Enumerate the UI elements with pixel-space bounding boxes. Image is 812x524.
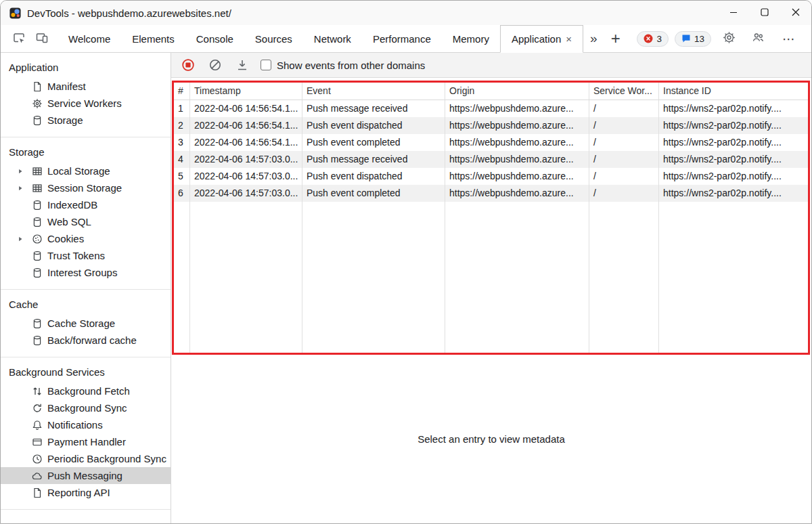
cookie-icon (32, 234, 43, 244)
close-button[interactable] (780, 1, 811, 25)
sidebar-item-reporting-api[interactable]: Reporting API (1, 484, 171, 501)
tab-label: Welcome (68, 33, 110, 45)
table-cell: https://wns2-par02p.notify.... (659, 151, 808, 168)
panel-tabs: WelcomeElementsConsoleSourcesNetworkPerf… (58, 25, 583, 52)
sidebar-item-session-storage[interactable]: Session Storage (1, 179, 171, 196)
tab-memory[interactable]: Memory (442, 25, 500, 52)
table-row[interactable]: 42022-04-06 14:57:03.0...Push message re… (174, 151, 808, 168)
settings-button[interactable] (717, 31, 740, 46)
device-toolbar-icon (35, 31, 49, 47)
column-header-service-wor[interactable]: Service Wor... (589, 83, 659, 100)
table-row[interactable]: 62022-04-06 14:57:03.0...Push event comp… (174, 185, 808, 202)
more-menu-icon[interactable]: ⋯ (775, 31, 802, 47)
device-toolbar-button[interactable] (30, 25, 53, 52)
save-button[interactable] (233, 56, 251, 74)
tab-close-icon[interactable]: × (566, 34, 572, 44)
table-cell: Push event completed (302, 134, 445, 151)
sidebar-item-push-messaging[interactable]: Push Messaging (1, 467, 171, 484)
sidebar-section-storage: StorageLocal StorageSession StorageIndex… (1, 137, 171, 290)
table-cell: 5 (174, 168, 190, 185)
table-row[interactable]: 12022-04-06 14:56:54.1...Push message re… (174, 100, 808, 117)
sidebar-item-trust-tokens[interactable]: Trust Tokens (1, 247, 171, 264)
tab-network[interactable]: Network (303, 25, 362, 52)
table-cell: https://wns2-par02p.notify.... (659, 134, 808, 151)
column-header-num[interactable]: # (174, 83, 190, 100)
issues-badge[interactable]: 13 (675, 31, 711, 47)
clear-button[interactable] (206, 56, 224, 74)
sidebar-item-local-storage[interactable]: Local Storage (1, 162, 171, 179)
sidebar-item-indexeddb[interactable]: IndexedDB (1, 196, 171, 213)
tab-label: Sources (255, 33, 292, 45)
sidebar-item-label: Notifications (47, 419, 103, 431)
database-icon (32, 318, 43, 329)
sidebar-item-service-workers[interactable]: Service Workers (1, 95, 171, 112)
sidebar-item-back-forward-cache[interactable]: Back/forward cache (1, 332, 171, 349)
table-filler-column (190, 202, 302, 353)
metadata-placeholder: Select an entry to view metadata (418, 433, 565, 445)
show-events-checkbox-row[interactable]: Show events from other domains (261, 60, 425, 71)
sidebar-item-cache-storage[interactable]: Cache Storage (1, 315, 171, 332)
column-header-timestamp[interactable]: Timestamp (190, 83, 302, 100)
database-icon (32, 335, 43, 346)
table-row[interactable]: 52022-04-06 14:57:03.0...Push event disp… (174, 168, 808, 185)
show-events-checkbox[interactable] (261, 60, 271, 70)
maximize-button[interactable] (749, 1, 780, 25)
database-icon (32, 267, 43, 278)
table-cell: 2022-04-06 14:57:03.0... (190, 185, 302, 202)
tab-sources[interactable]: Sources (244, 25, 303, 52)
section-header-application: Application (1, 56, 171, 78)
devtools-tabbar: WelcomeElementsConsoleSourcesNetworkPerf… (1, 25, 811, 53)
sidebar-item-manifest[interactable]: Manifest (1, 78, 171, 95)
expand-icon[interactable] (17, 185, 32, 192)
table-cell: 2022-04-06 14:57:03.0... (190, 168, 302, 185)
inspect-element-button[interactable] (7, 25, 30, 52)
push-messaging-toolbar: Show events from other domains (171, 53, 811, 78)
tab-console[interactable]: Console (185, 25, 244, 52)
gear-icon (723, 31, 736, 46)
table-cell: / (589, 168, 659, 185)
table-cell: https://webpushdemo.azure... (445, 117, 589, 134)
table-cell: https://wns2-par02p.notify.... (659, 117, 808, 134)
table-cell: / (589, 134, 659, 151)
sidebar-item-label: Trust Tokens (47, 250, 105, 261)
sidebar-item-background-sync[interactable]: Background Sync (1, 399, 171, 416)
error-badge[interactable]: 3 (637, 31, 669, 47)
table-cell: Push event completed (302, 185, 445, 202)
sidebar-item-web-sql[interactable]: Web SQL (1, 213, 171, 230)
table-cell: 2022-04-06 14:56:54.1... (190, 100, 302, 117)
profiles-button[interactable] (746, 31, 769, 46)
tab-performance[interactable]: Performance (362, 25, 442, 52)
record-button[interactable] (179, 56, 197, 74)
tab-welcome[interactable]: Welcome (58, 25, 121, 52)
sidebar-item-label: Service Workers (47, 97, 122, 109)
tab-label: Performance (373, 33, 431, 45)
table-header: #TimestampEventOriginService Wor...Insta… (174, 83, 808, 100)
push-events-table: #TimestampEventOriginService Wor...Insta… (172, 81, 810, 355)
expand-icon[interactable] (17, 236, 32, 242)
minimize-button[interactable] (718, 1, 749, 25)
table-cell: 6 (174, 185, 190, 202)
sidebar-item-interest-groups[interactable]: Interest Groups (1, 264, 171, 281)
tab-elements[interactable]: Elements (121, 25, 185, 52)
sidebar-item-label: Back/forward cache (47, 334, 137, 346)
service-worker-icon (32, 98, 43, 109)
sidebar-item-payment-handler[interactable]: Payment Handler (1, 433, 171, 450)
table-row[interactable]: 32022-04-06 14:56:54.1...Push event comp… (174, 134, 808, 151)
table-cell: 1 (174, 100, 190, 117)
sidebar-item-notifications[interactable]: Notifications (1, 416, 171, 433)
sidebar-item-periodic-background-sync[interactable]: Periodic Background Sync (1, 450, 171, 467)
column-header-instance-id[interactable]: Instance ID (659, 83, 808, 100)
tab-label: Network (314, 33, 351, 45)
sidebar-item-storage[interactable]: Storage (1, 112, 171, 129)
expand-icon[interactable] (17, 168, 32, 175)
more-tabs-icon[interactable]: » (583, 25, 604, 52)
column-header-origin[interactable]: Origin (445, 83, 589, 100)
add-tab-icon[interactable]: + (604, 25, 627, 52)
sidebar-item-background-fetch[interactable]: Background Fetch (1, 383, 171, 399)
tab-application[interactable]: Application× (500, 25, 583, 53)
column-header-event[interactable]: Event (302, 83, 445, 100)
error-count: 3 (656, 34, 662, 44)
sidebar-item-cookies[interactable]: Cookies (1, 230, 171, 247)
table-row[interactable]: 22022-04-06 14:56:54.1...Push event disp… (174, 117, 808, 134)
payment-icon (32, 437, 43, 447)
